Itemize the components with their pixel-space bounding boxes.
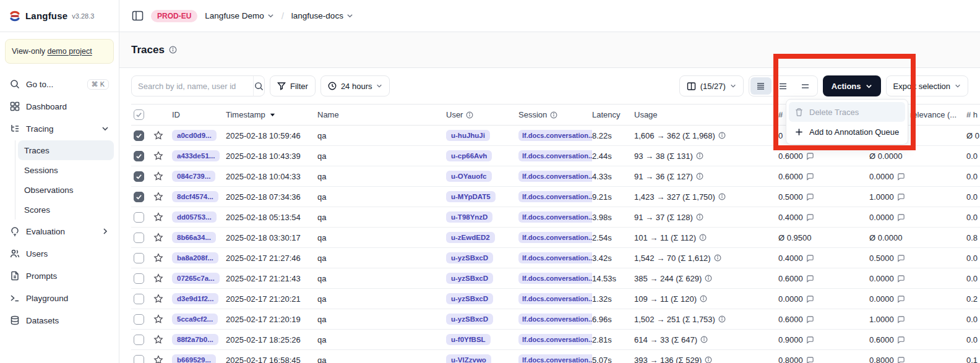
session-id-badge[interactable]: lf.docs.conversation... [518, 171, 592, 182]
sidebar-item-sessions[interactable]: Sessions [18, 160, 114, 180]
user-id-badge[interactable]: u-huJhuJi [446, 130, 490, 141]
session-id-badge[interactable]: lf.docs.conversation... [518, 150, 592, 161]
bookmark-star-icon[interactable] [153, 212, 163, 222]
comment-bubble-icon[interactable] [897, 193, 905, 201]
sidebar-item-dashboard[interactable]: Dashboard [5, 96, 114, 117]
row-checkbox[interactable] [134, 335, 144, 345]
sidebar-item-prompts[interactable]: Prompts [5, 265, 114, 286]
bookmark-star-icon[interactable] [153, 314, 163, 324]
column-header-session[interactable]: Session [518, 110, 592, 119]
bookmark-star-icon[interactable] [153, 335, 163, 344]
select-all-checkbox[interactable] [134, 109, 144, 120]
comment-bubble-icon[interactable] [897, 173, 905, 181]
session-id-badge[interactable]: lf.docs.conversation... [518, 191, 592, 202]
panel-left-icon[interactable] [132, 10, 144, 22]
user-id-badge[interactable]: u-VlZzvwo [446, 354, 491, 363]
bookmark-star-icon[interactable] [153, 130, 163, 140]
session-id-badge[interactable]: lf.docs.conversation... [518, 354, 592, 363]
session-id-badge[interactable]: lf.docs.conversation... [518, 293, 592, 304]
session-id-badge[interactable]: lf.docs.conversation... [518, 314, 592, 325]
row-checkbox[interactable] [134, 171, 144, 182]
row-checkbox[interactable] [134, 314, 144, 325]
menu-item-delete-traces[interactable]: Delete Traces [789, 102, 905, 122]
comment-bubble-icon[interactable] [806, 356, 814, 363]
menu-item-add-annotation-queue[interactable]: Add to Annotation Queue [789, 122, 905, 142]
column-header-usage[interactable]: Usage [634, 110, 778, 119]
row-checkbox[interactable] [134, 192, 144, 202]
actions-button[interactable]: Actions [823, 75, 881, 96]
bookmark-star-icon[interactable] [153, 151, 163, 161]
row-checkbox[interactable] [134, 233, 144, 243]
bookmark-star-icon[interactable] [153, 273, 163, 283]
row-height-large-option[interactable] [795, 77, 816, 95]
column-header-user[interactable]: User [446, 110, 518, 119]
sidebar-item-playground[interactable]: Playground [5, 288, 114, 309]
comment-bubble-icon[interactable] [806, 193, 814, 201]
bookmark-star-icon[interactable] [153, 171, 163, 181]
org-switcher[interactable]: Langfuse Demo [205, 11, 273, 20]
bookmark-star-icon[interactable] [153, 294, 163, 304]
bookmark-star-icon[interactable] [153, 253, 163, 263]
comment-bubble-icon[interactable] [897, 356, 905, 363]
column-header-timestamp[interactable]: Timestamp [226, 110, 317, 119]
row-checkbox[interactable] [134, 212, 144, 223]
demo-project-link[interactable]: demo project [47, 47, 92, 56]
column-header-name[interactable]: Name [317, 110, 446, 119]
user-id-badge[interactable]: u-yzSBxcD [446, 273, 493, 284]
trace-id-badge[interactable]: 8b66a34... [172, 232, 216, 243]
row-checkbox[interactable] [134, 273, 144, 284]
comment-bubble-icon[interactable] [806, 152, 814, 160]
row-checkbox[interactable] [134, 130, 144, 141]
comment-bubble-icon[interactable] [897, 295, 905, 303]
sidebar-item-users[interactable]: Users [5, 243, 114, 264]
comment-bubble-icon[interactable] [897, 336, 905, 344]
trace-id-badge[interactable]: 8dcf4574... [172, 191, 218, 202]
sidebar-item-evaluation[interactable]: Evaluation [5, 221, 114, 242]
comment-bubble-icon[interactable] [806, 173, 814, 181]
filter-button[interactable]: Filter [270, 75, 316, 96]
comment-bubble-icon[interactable] [806, 254, 814, 262]
sidebar-item-datasets[interactable]: Datasets [5, 310, 114, 331]
sidebar-item-scores[interactable]: Scores [18, 200, 114, 220]
bookmark-star-icon[interactable] [153, 233, 163, 242]
sidebar-item-observations[interactable]: Observations [18, 180, 114, 200]
comment-bubble-icon[interactable] [897, 213, 905, 221]
sidebar-item-goto[interactable]: Go to... ⌘ K [5, 74, 114, 95]
row-checkbox[interactable] [134, 355, 144, 363]
bookmark-star-icon[interactable] [153, 192, 163, 202]
project-switcher[interactable]: langfuse-docs [291, 11, 353, 20]
user-id-badge[interactable]: u-zEwdED2 [446, 232, 495, 243]
trace-id-badge[interactable]: ba8a208f... [172, 252, 218, 263]
trace-id-badge[interactable]: a0cd0d9... [172, 130, 217, 141]
trace-id-badge[interactable]: 07265c7a... [172, 273, 220, 284]
column-header-id[interactable]: ID [172, 110, 226, 119]
user-id-badge[interactable]: u-yzSBxcD [446, 293, 493, 304]
column-header-relevance[interactable]: relevance (... [910, 110, 966, 119]
user-id-badge[interactable]: u-yzSBxcD [446, 252, 493, 263]
sidebar-item-tracing[interactable]: Tracing [5, 118, 114, 139]
session-id-badge[interactable]: lf.docs.conversation... [518, 273, 592, 284]
row-height-medium-option[interactable] [773, 77, 794, 95]
comment-bubble-icon[interactable] [897, 315, 905, 323]
session-id-badge[interactable]: lf.docs.conversation... [518, 252, 592, 263]
user-id-badge[interactable]: u-T98YnzD [446, 211, 492, 223]
trace-id-badge[interactable]: b669529... [172, 354, 216, 363]
trace-id-badge[interactable]: 5cca9cf2... [172, 314, 218, 325]
search-submit-icon[interactable] [253, 76, 264, 96]
comment-bubble-icon[interactable] [806, 213, 814, 221]
trace-id-badge[interactable]: 084c739... [172, 171, 215, 182]
trace-id-badge[interactable]: a433de51... [172, 150, 220, 161]
trace-id-badge[interactable]: 88f2a7b0... [172, 334, 218, 345]
search-input[interactable] [132, 82, 253, 91]
export-selection-button[interactable]: Export selection [886, 75, 969, 96]
comment-bubble-icon[interactable] [806, 275, 814, 283]
row-checkbox[interactable] [134, 294, 144, 304]
column-visibility-button[interactable]: (15/27) [679, 75, 744, 96]
user-id-badge[interactable]: u-yzSBxcD [446, 314, 493, 325]
row-height-small-option[interactable] [750, 77, 772, 95]
user-id-badge[interactable]: u-cp66Avh [446, 150, 492, 161]
sidebar-item-traces[interactable]: Traces [18, 140, 114, 160]
comment-bubble-icon[interactable] [806, 315, 814, 323]
column-header-last[interactable]: # h [966, 110, 980, 119]
comment-bubble-icon[interactable] [897, 254, 905, 262]
